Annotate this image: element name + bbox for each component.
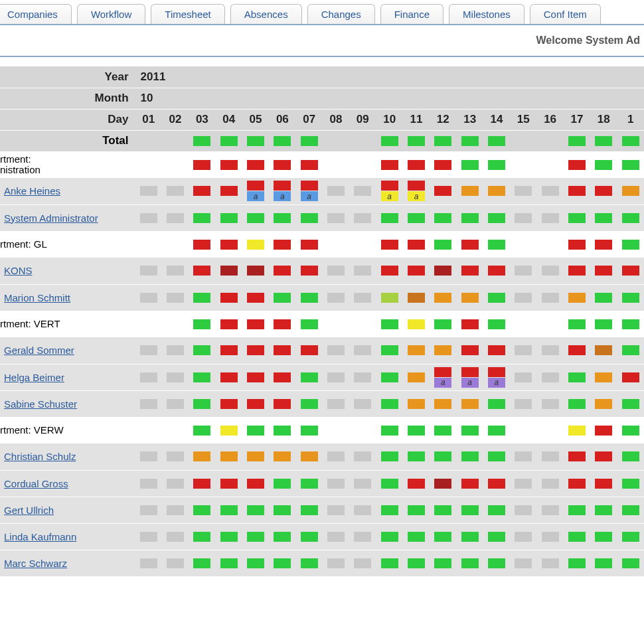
absence-cell[interactable] bbox=[162, 417, 189, 443]
absence-cell[interactable] bbox=[456, 443, 483, 470]
absence-cell[interactable] bbox=[617, 364, 644, 390]
absence-cell[interactable] bbox=[189, 417, 215, 443]
absence-cell[interactable] bbox=[590, 497, 617, 523]
absence-cell[interactable] bbox=[617, 470, 644, 497]
absence-cell[interactable] bbox=[135, 231, 162, 258]
absence-cell[interactable] bbox=[135, 258, 162, 284]
absence-cell[interactable] bbox=[564, 151, 590, 178]
absence-cell[interactable] bbox=[349, 204, 376, 231]
absence-cell[interactable] bbox=[456, 258, 483, 284]
absence-cell[interactable] bbox=[323, 151, 349, 178]
absence-cell[interactable] bbox=[510, 470, 536, 497]
absence-cell[interactable] bbox=[216, 151, 242, 178]
person-link[interactable]: Linda Kaufmann bbox=[4, 531, 76, 542]
absence-cell[interactable] bbox=[430, 470, 456, 497]
absence-cell[interactable] bbox=[564, 337, 590, 364]
absence-cell[interactable] bbox=[564, 550, 590, 576]
absence-cell[interactable] bbox=[296, 204, 323, 231]
absence-cell[interactable] bbox=[323, 550, 349, 576]
tab-changes[interactable]: Changes bbox=[307, 4, 375, 24]
absence-cell[interactable] bbox=[456, 178, 483, 204]
absence-cell[interactable] bbox=[135, 151, 162, 178]
absence-cell[interactable] bbox=[162, 231, 189, 258]
absence-cell[interactable] bbox=[536, 443, 563, 470]
absence-cell[interactable] bbox=[376, 151, 402, 178]
absence-cell[interactable] bbox=[536, 231, 563, 258]
absence-cell[interactable] bbox=[590, 258, 617, 284]
absence-cell[interactable] bbox=[216, 284, 242, 311]
absence-cell[interactable] bbox=[403, 337, 430, 364]
absence-cell[interactable] bbox=[430, 284, 456, 311]
absence-cell[interactable] bbox=[564, 497, 590, 523]
absence-cell[interactable] bbox=[617, 151, 644, 178]
absence-cell[interactable] bbox=[617, 390, 644, 417]
absence-cell[interactable] bbox=[456, 417, 483, 443]
person-link[interactable]: Gert Ullrich bbox=[4, 505, 54, 516]
absence-cell[interactable] bbox=[564, 130, 590, 151]
absence-cell[interactable] bbox=[617, 178, 644, 204]
absence-cell[interactable] bbox=[376, 417, 402, 443]
absence-cell[interactable] bbox=[590, 390, 617, 417]
absence-cell[interactable] bbox=[510, 231, 536, 258]
absence-cell[interactable] bbox=[536, 178, 563, 204]
tab-absences[interactable]: Absences bbox=[230, 4, 302, 24]
absence-cell[interactable] bbox=[510, 311, 536, 337]
absence-cell[interactable] bbox=[323, 364, 349, 390]
absence-cell[interactable] bbox=[590, 311, 617, 337]
absence-cell[interactable] bbox=[430, 523, 456, 550]
absence-cell[interactable] bbox=[189, 390, 215, 417]
absence-cell[interactable] bbox=[483, 417, 510, 443]
absence-cell[interactable] bbox=[135, 130, 162, 151]
absence-cell[interactable] bbox=[296, 443, 323, 470]
absence-cell[interactable] bbox=[323, 443, 349, 470]
absence-cell[interactable] bbox=[216, 231, 242, 258]
absence-cell[interactable] bbox=[456, 130, 483, 151]
absence-cell[interactable] bbox=[564, 284, 590, 311]
absence-cell[interactable] bbox=[403, 550, 430, 576]
absence-cell[interactable] bbox=[483, 550, 510, 576]
absence-cell[interactable] bbox=[296, 337, 323, 364]
absence-cell[interactable] bbox=[242, 151, 269, 178]
absence-cell[interactable] bbox=[269, 470, 295, 497]
absence-cell[interactable] bbox=[456, 337, 483, 364]
absence-cell[interactable] bbox=[162, 130, 189, 151]
absence-cell[interactable] bbox=[349, 443, 376, 470]
absence-cell[interactable] bbox=[403, 443, 430, 470]
absence-cell[interactable] bbox=[296, 231, 323, 258]
absence-cell[interactable] bbox=[617, 311, 644, 337]
absence-cell[interactable] bbox=[349, 178, 376, 204]
absence-cell[interactable] bbox=[456, 523, 483, 550]
absence-cell[interactable] bbox=[617, 523, 644, 550]
absence-cell[interactable] bbox=[189, 231, 215, 258]
absence-cell[interactable] bbox=[430, 151, 456, 178]
absence-cell[interactable] bbox=[590, 364, 617, 390]
absence-cell[interactable] bbox=[349, 523, 376, 550]
absence-cell[interactable] bbox=[323, 204, 349, 231]
absence-cell[interactable] bbox=[242, 231, 269, 258]
absence-cell[interactable] bbox=[135, 311, 162, 337]
absence-cell[interactable] bbox=[617, 231, 644, 258]
absence-cell[interactable] bbox=[456, 390, 483, 417]
absence-cell[interactable] bbox=[483, 178, 510, 204]
absence-cell[interactable] bbox=[536, 258, 563, 284]
absence-cell[interactable] bbox=[403, 204, 430, 231]
absence-cell[interactable] bbox=[296, 390, 323, 417]
absence-cell[interactable] bbox=[162, 443, 189, 470]
absence-cell[interactable] bbox=[323, 231, 349, 258]
absence-cell[interactable] bbox=[617, 284, 644, 311]
absence-cell[interactable] bbox=[269, 311, 295, 337]
absence-cell[interactable] bbox=[269, 417, 295, 443]
absence-cell[interactable] bbox=[269, 364, 295, 390]
absence-cell[interactable] bbox=[510, 390, 536, 417]
absence-cell[interactable] bbox=[189, 550, 215, 576]
absence-cell[interactable] bbox=[510, 364, 536, 390]
absence-cell[interactable] bbox=[617, 550, 644, 576]
absence-cell[interactable] bbox=[189, 443, 215, 470]
absence-cell[interactable] bbox=[162, 390, 189, 417]
absence-cell[interactable] bbox=[536, 550, 563, 576]
tab-workflow[interactable]: Workflow bbox=[77, 4, 145, 24]
absence-cell[interactable] bbox=[510, 417, 536, 443]
absence-cell[interactable] bbox=[456, 470, 483, 497]
absence-cell[interactable] bbox=[349, 417, 376, 443]
absence-cell[interactable] bbox=[296, 523, 323, 550]
